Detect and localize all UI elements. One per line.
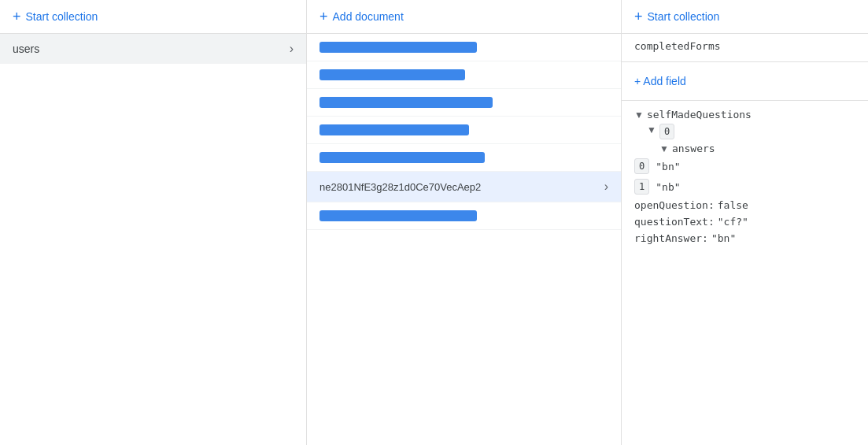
tree-key-openquestion: openQuestion: (634, 199, 715, 211)
list-item[interactable] (307, 61, 621, 89)
blurred-doc-id (319, 124, 469, 135)
list-item[interactable] (307, 34, 621, 61)
middle-panel-header[interactable]: + Add document (307, 0, 621, 34)
list-item[interactable] (307, 202, 621, 230)
tree-row-ans1: 1 "nb" (622, 176, 868, 197)
index-badge-0: 0 (659, 124, 674, 139)
left-panel: + Start collection users › (0, 0, 307, 445)
right-plus-icon: + (634, 9, 643, 24)
doc-id-text: ne2801NfE3g28z1d0Ce70VecAep2 (319, 181, 604, 193)
tree-row-questiontext: questionText: "cf?" (622, 213, 868, 230)
tree-val-openquestion: false (718, 199, 748, 211)
tree-key-answers: answers (672, 143, 715, 154)
left-panel-header[interactable]: + Start collection (0, 0, 306, 34)
tree-row-openquestion: openQuestion: false (622, 197, 868, 213)
blurred-doc-id (319, 210, 477, 221)
chevron-right-icon: › (290, 42, 294, 56)
list-item[interactable] (307, 144, 621, 172)
middle-plus-icon: + (319, 9, 328, 24)
tree-arrow-answers[interactable]: ▼ (659, 143, 669, 154)
tree-val-rightanswer: "bn" (711, 232, 736, 244)
tree-key-rightanswer: rightAnswer: (634, 232, 708, 244)
list-item[interactable] (307, 117, 621, 144)
right-start-collection-button[interactable]: Start collection (648, 10, 720, 23)
blurred-doc-id (319, 42, 477, 53)
divider (622, 100, 868, 101)
tree-row-index0: ▼ 0 (622, 122, 868, 141)
tree-val-ans1: "nb" (656, 181, 680, 193)
blurred-doc-id (319, 152, 485, 163)
collection-item-users[interactable]: users › (0, 34, 306, 64)
tree-val-questiontext: "cf?" (718, 216, 748, 228)
blurred-doc-id (319, 97, 493, 108)
add-field-button[interactable]: + Add field (622, 69, 868, 94)
tree-key-questiontext: questionText: (634, 216, 715, 228)
chevron-right-icon: › (604, 180, 608, 194)
divider (622, 61, 868, 62)
tree-arrow-selfmadequestions[interactable]: ▼ (634, 109, 644, 121)
collection-name-users: users (13, 43, 39, 55)
list-item[interactable] (307, 89, 621, 117)
completed-forms-label: completedForms (622, 34, 868, 55)
tree-val-ans0: "bn" (656, 161, 680, 172)
index-badge-ans1: 1 (634, 179, 649, 195)
left-plus-icon: + (13, 9, 21, 24)
right-panel: + Start collection completedForms + Add … (622, 0, 868, 445)
index-badge-ans0: 0 (634, 158, 649, 174)
right-panel-header[interactable]: + Start collection (622, 0, 868, 34)
tree-row-ans0: 0 "bn" (622, 156, 868, 176)
middle-panel: + Add document ne2801NfE3g28z1d0Ce70VecA… (307, 0, 622, 445)
left-panel-content: users › (0, 34, 306, 445)
middle-panel-content: ne2801NfE3g28z1d0Ce70VecAep2 › (307, 34, 621, 445)
tree-key-selfmadequestions: selfMadeQuestions (647, 109, 752, 121)
tree-row-selfmadequestions: ▼ selfMadeQuestions (622, 107, 868, 122)
blurred-doc-id (319, 69, 465, 80)
add-document-button[interactable]: Add document (333, 10, 404, 23)
list-item-selected[interactable]: ne2801NfE3g28z1d0Ce70VecAep2 › (307, 172, 621, 202)
left-start-collection-button[interactable]: Start collection (26, 10, 98, 23)
tree-row-rightanswer: rightAnswer: "bn" (622, 230, 868, 247)
right-panel-content: completedForms + Add field ▼ selfMadeQue… (622, 34, 868, 445)
tree-arrow-index0[interactable]: ▼ (647, 124, 656, 135)
tree-row-answers: ▼ answers (622, 141, 868, 156)
